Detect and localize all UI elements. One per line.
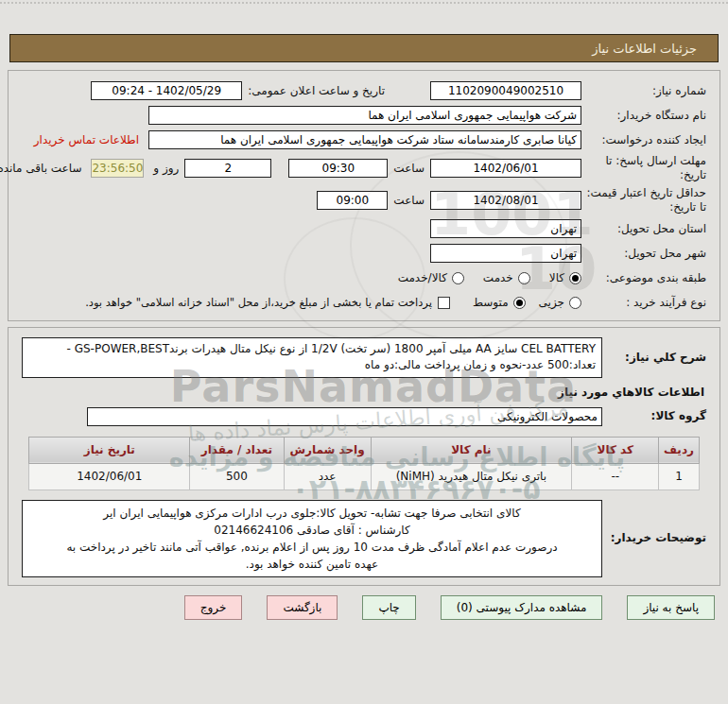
need-number-label: شماره نیاز:	[581, 84, 706, 98]
need-number-input[interactable]	[430, 81, 581, 100]
remaining-days-input[interactable]	[184, 159, 271, 178]
page-top-dotted-divider	[0, 2, 728, 4]
announce-datetime-input[interactable]	[91, 81, 242, 100]
subject-option-khadamat-label: خدمت	[483, 271, 513, 284]
need-desc-line1: CEL BATTERY سایز AA میلی آمپر 1800 (سر ت…	[28, 341, 596, 357]
print-button[interactable]: چاپ	[362, 595, 415, 620]
price-validity-date-input[interactable]	[430, 191, 581, 210]
countdown-timer: 23:56:50	[91, 159, 144, 178]
view-attachments-button[interactable]: مشاهده مدارک پیوستی (0)	[441, 595, 603, 620]
goods-table-header-row: ردیف کد کالا نام کالا واحد شمارش تعداد /…	[29, 437, 700, 463]
cell-unit: عدد	[284, 463, 371, 489]
reply-deadline-row: مهلت ارسال پاسخ: تا تاریخ: ساعت روز و 23…	[22, 154, 706, 182]
need-number-row: شماره نیاز: تاریخ و ساعت اعلان عمومی:	[22, 80, 706, 101]
page-title-bar: جزئیات اطلاعات نیاز	[9, 34, 719, 62]
city-input[interactable]	[430, 244, 581, 263]
announce-datetime-label: تاریخ و ساعت اعلان عمومی:	[248, 84, 385, 97]
col-header-need-date: تاریخ نیاز	[29, 437, 190, 463]
radio-selected-icon[interactable]	[569, 272, 581, 284]
process-type-label: نوع فرآیند خرید :	[581, 296, 706, 310]
radio-unselected-icon[interactable]	[518, 272, 530, 284]
need-desc-row: شرح کلي نیاز: CEL BATTERY سایز AA میلی آ…	[22, 337, 706, 378]
buyer-notes-line: درصورت عدم اعلام آمادگی ظرف مدت 10 روز پ…	[28, 539, 596, 556]
need-desc-line2: تعداد:500 عدد-نحوه و زمان پرداخت مالی:دو…	[28, 357, 596, 373]
buyer-notes-line: عهده تامین کننده خواهد بود.	[28, 556, 596, 573]
radio-selected-icon[interactable]	[513, 297, 526, 309]
table-row: 1 -- باتری نیکل متال هیدرید (NiMH) عدد 5…	[29, 463, 700, 489]
buyer-notes-box[interactable]: کالای انتخابی صرفا جهت تشابه- تحویل کالا…	[22, 500, 602, 577]
process-option-motevaset[interactable]: متوسط	[473, 296, 526, 309]
goods-group-input[interactable]	[87, 407, 602, 426]
cell-quantity: 500	[190, 463, 284, 489]
col-header-item-name: نام کالا	[371, 437, 572, 463]
remaining-days-label: روز و	[153, 162, 179, 175]
page-title: جزئیات اطلاعات نیاز	[592, 42, 697, 56]
buyer-org-row: نام دستگاه خریدار:	[22, 105, 706, 126]
goods-section-header: اطلاعات کالاهاي مورد نیاز	[24, 386, 704, 399]
buyer-org-label: نام دستگاه خریدار:	[581, 109, 706, 123]
back-button[interactable]: بازگشت	[267, 595, 338, 620]
buyer-notes-line: کالای انتخابی صرفا جهت تشابه- تحویل کالا…	[28, 505, 596, 522]
radio-unselected-icon[interactable]	[452, 272, 464, 284]
buyer-notes-label: توضیحات خریدار:	[602, 531, 706, 545]
goods-group-row: گروه کالا:	[22, 406, 706, 427]
need-desc-box[interactable]: CEL BATTERY سایز AA میلی آمپر 1800 (سر ت…	[22, 337, 602, 378]
subject-option-khadamat[interactable]: خدمت	[483, 271, 530, 284]
province-input[interactable]	[430, 219, 581, 238]
city-row: شهر محل تحویل:	[22, 243, 706, 264]
price-validity-row: حداقل تاریخ اعتبار قیمت: تا تاریخ: ساعت	[22, 186, 706, 215]
action-button-row: پاسخ به نیاز مشاهده مدارک پیوستی (0) چاپ…	[0, 595, 715, 620]
request-creator-label: ایجاد کننده درخواست:	[581, 133, 706, 147]
province-label: استان محل تحویل:	[581, 222, 706, 236]
goods-group-label: گروه کالا:	[602, 409, 706, 423]
province-row: استان محل تحویل:	[22, 218, 706, 239]
need-details-panel: شرح کلي نیاز: CEL BATTERY سایز AA میلی آ…	[8, 327, 720, 586]
subject-option-kala-label: کالا	[549, 271, 564, 284]
cell-row-number: 1	[659, 463, 700, 489]
cell-need-date: 1402/06/01	[29, 463, 190, 489]
exit-button[interactable]: خروج	[184, 595, 243, 620]
subject-class-label: طبقه بندی موضوعی:	[581, 271, 706, 285]
buyer-contact-link[interactable]: اطلاعات تماس خریدار	[34, 133, 139, 146]
price-validity-label: حداقل تاریخ اعتبار قیمت: تا تاریخ:	[581, 186, 706, 215]
buyer-notes-row: توضیحات خریدار: کالای انتخابی صرفا جهت ت…	[22, 500, 706, 577]
goods-table: ردیف کد کالا نام کالا واحد شمارش تعداد /…	[28, 437, 700, 490]
treasury-checkbox-label: پرداخت تمام یا بخشی از مبلغ خرید،از محل …	[85, 296, 432, 309]
reply-deadline-label: مهلت ارسال پاسخ: تا تاریخ:	[581, 154, 706, 182]
price-validity-hour-label: ساعت	[393, 194, 425, 207]
cell-item-code: --	[572, 463, 659, 489]
buyer-notes-line: کارشناس : آقای صادقی 02146624106	[28, 522, 596, 539]
price-validity-time-input[interactable]	[317, 191, 388, 210]
process-type-row: نوع فرآیند خرید : جزیی متوسط پرداخت تمام…	[22, 292, 706, 313]
reply-to-need-button[interactable]: پاسخ به نیاز	[627, 595, 715, 620]
process-option-jozii-label: جزیی	[539, 296, 564, 309]
subject-option-kala-khadamat-label: کالا/خدمت	[398, 271, 447, 284]
col-header-row-number: ردیف	[659, 437, 700, 463]
cell-item-name: باتری نیکل متال هیدرید (NiMH)	[371, 463, 572, 489]
need-desc-label: شرح کلي نیاز:	[602, 351, 706, 365]
request-info-panel: شماره نیاز: تاریخ و ساعت اعلان عمومی: نا…	[8, 70, 720, 321]
countdown-label: ساعت باقی مانده	[0, 162, 81, 175]
col-header-quantity: تعداد / مقدار	[190, 437, 284, 463]
reply-deadline-hour-label: ساعت	[393, 162, 425, 175]
reply-deadline-date-input[interactable]	[430, 159, 581, 178]
col-header-unit: واحد شمارش	[284, 437, 371, 463]
request-creator-row: ایجاد کننده درخواست: اطلاعات تماس خریدار	[22, 129, 706, 150]
treasury-checkbox[interactable]	[438, 297, 450, 309]
process-option-jozii[interactable]: جزیی	[539, 296, 581, 309]
subject-option-kala[interactable]: کالا	[549, 271, 581, 284]
process-option-motevaset-label: متوسط	[473, 296, 509, 309]
radio-unselected-icon[interactable]	[569, 297, 581, 309]
request-creator-input[interactable]	[148, 130, 581, 149]
reply-deadline-time-input[interactable]	[288, 159, 388, 178]
subject-class-row: طبقه بندی موضوعی: کالا خدمت کالا/خدمت	[22, 267, 706, 288]
col-header-item-code: کد کالا	[572, 437, 659, 463]
buyer-org-input[interactable]	[148, 106, 581, 125]
subject-option-kala-khadamat[interactable]: کالا/خدمت	[398, 271, 464, 284]
city-label: شهر محل تحویل:	[581, 247, 706, 261]
